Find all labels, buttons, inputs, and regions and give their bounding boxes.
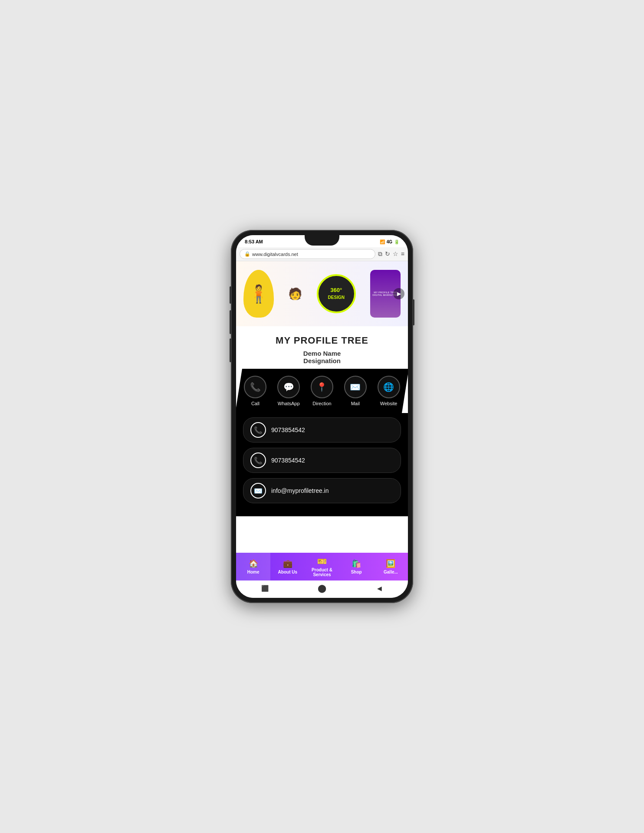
mail-label: Mail [351,401,360,406]
profile-designation: Designation [243,357,401,364]
browser-icons: ⧉ ↻ ☆ ≡ [378,250,404,258]
whatsapp-icon-circle: 💬 [277,376,300,398]
android-nav-bar: ⬛ ⬤ ◀ [236,580,408,598]
browser-bar: 🔒 www.digitalvcards.net ⧉ ↻ ☆ ≡ [236,247,408,261]
call-icon-circle: 📞 [244,376,266,398]
nav-gallery[interactable]: 🖼️ Galle... [374,553,408,580]
phone-icon-2: 📞 [250,453,266,468]
about-us-label: About Us [278,570,297,574]
direction-label: Direction [312,401,331,406]
whatsapp-button[interactable]: 💬 WhatsApp [277,376,300,406]
phone-contact-2[interactable]: 📞 9073854542 [243,448,401,473]
back-icon: ◀ [377,585,382,592]
gallery-icon: 🖼️ [386,559,395,568]
phone-screen: 8:53 AM 📶 4G 🔋 🔒 www.digitalvcards.net ⧉… [236,235,408,598]
home-label: Home [247,570,260,574]
contact-section: 📞 9073854542 📞 9073854542 ✉️ info@myprof… [236,413,408,516]
call-label: Call [251,401,260,406]
website-icon-circle: 🌐 [378,376,400,398]
products-icon: 🎫 [317,557,327,566]
network-type: 4G [387,239,392,244]
power-button [413,299,414,325]
banner: 🧍 🧑 360°DESIGN MY PROFILE TREEDIGITAL MA… [236,261,408,326]
gallery-label: Galle... [384,570,398,574]
home-circle-icon: ⬤ [318,584,326,593]
mail-icon-circle: ✉️ [344,376,367,398]
banner-next-arrow[interactable]: ▶ [393,288,404,299]
whatsapp-label: WhatsApp [278,401,300,406]
nav-products[interactable]: 🎫 Product & Services [305,553,339,580]
mail-button[interactable]: ✉️ Mail [344,376,367,406]
content-area: 🧍 🧑 360°DESIGN MY PROFILE TREEDIGITAL MA… [236,261,408,553]
phone-icon-1: 📞 [250,422,266,438]
android-back-button[interactable]: ◀ [375,584,384,593]
volume-up-button [230,286,231,304]
actions-section: 📞 Call 💬 WhatsApp 📍 Direction ✉️ Mail [236,369,408,413]
status-icons: 📶 4G 🔋 [380,239,399,244]
nav-about-us[interactable]: 💼 About Us [270,553,305,580]
actions-row: 📞 Call 💬 WhatsApp 📍 Direction ✉️ Mail [240,376,404,406]
android-home-button[interactable]: ⬤ [318,584,326,593]
about-us-icon: 💼 [283,559,292,568]
email-address: info@myprofiletree.in [271,487,329,494]
call-button[interactable]: 📞 Call [244,376,266,406]
android-recent-button[interactable]: ⬛ [260,584,269,593]
email-contact[interactable]: ✉️ info@myprofiletree.in [243,478,401,503]
time: 8:53 AM [245,239,263,244]
lock-icon: 🔒 [244,251,250,257]
volume-down-button [230,310,231,334]
signal-icon: 📶 [380,239,385,244]
phone-frame: 8:53 AM 📶 4G 🔋 🔒 www.digitalvcards.net ⧉… [231,230,413,603]
website-button[interactable]: 🌐 Website [378,376,400,406]
website-label: Website [380,401,398,406]
profile-title: MY PROFILE TREE [243,335,401,346]
home-icon: 🏠 [249,559,258,568]
banner-character: 🧍 [243,270,274,318]
shop-label: Shop [351,570,362,574]
phone-number-1: 9073854542 [271,426,305,433]
products-label: Product & Services [306,567,338,577]
refresh-icon[interactable]: ↻ [385,250,390,258]
bottom-nav: 🏠 Home 💼 About Us 🎫 Product & Services 🛍… [236,553,408,580]
volume-silent-button [230,338,231,362]
nav-shop[interactable]: 🛍️ Shop [339,553,374,580]
recent-icon: ⬛ [261,585,269,592]
tabs-icon[interactable]: ⧉ [378,250,382,258]
profile-section: MY PROFILE TREE Demo Name Designation [236,326,408,369]
nav-home[interactable]: 🏠 Home [236,553,270,580]
profile-name: Demo Name [243,350,401,357]
direction-button[interactable]: 📍 Direction [311,376,333,406]
url-bar[interactable]: 🔒 www.digitalvcards.net [240,249,375,259]
phone-number-2: 9073854542 [271,457,305,464]
notch [305,235,339,246]
menu-icon[interactable]: ≡ [401,250,404,258]
banner-360-circle: 360°DESIGN [317,274,356,313]
battery-icon: 🔋 [394,239,399,244]
direction-icon-circle: 📍 [311,376,333,398]
url-text: www.digitalvcards.net [252,252,298,257]
email-icon: ✉️ [250,483,266,498]
shop-icon: 🛍️ [352,559,361,568]
banner-content: 🧍 🧑 360°DESIGN MY PROFILE TREEDIGITAL MA… [236,261,408,326]
star-icon[interactable]: ☆ [393,250,398,258]
phone-contact-1[interactable]: 📞 9073854542 [243,417,401,443]
